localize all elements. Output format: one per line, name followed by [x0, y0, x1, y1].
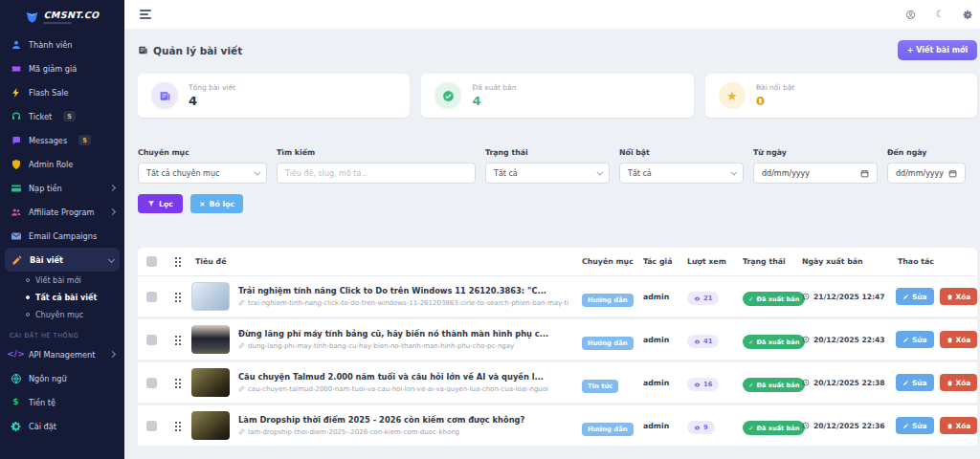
globe-icon [10, 372, 22, 384]
to-date-input[interactable]: dd/mm/yyyy [887, 163, 966, 184]
row-checkbox[interactable] [146, 292, 157, 302]
sidebar-subitem-label: Tất cả bài viết [35, 294, 97, 302]
search-input[interactable] [285, 169, 467, 178]
logo-text: CMSNT.CO [43, 10, 99, 20]
sidebar-item-affiliate[interactable]: Affiliate Program [0, 200, 124, 224]
sidebar-item-admin-role[interactable]: Admin Role [0, 152, 124, 176]
edit-button[interactable]: Sửa [896, 417, 934, 434]
pencil-icon [11, 253, 23, 266]
sidebar-item-tien-te[interactable]: $ Tiền tệ [0, 390, 124, 414]
sidebar-item-ma-giam-gia[interactable]: Mã giảm giá [0, 56, 124, 80]
chevron-down-icon [254, 168, 260, 175]
drag-handle-icon[interactable] [174, 378, 182, 388]
article-thumbnail [191, 282, 230, 311]
edit-button[interactable]: Sửa [896, 331, 934, 348]
author-name: admin [639, 422, 683, 430]
publish-date: 20/12/2025 22:36 [798, 422, 894, 430]
dark-mode-moon-icon[interactable]: ☾ [935, 10, 944, 19]
gear-icon [10, 420, 22, 432]
newspaper-icon [151, 82, 178, 109]
sidebar-item-label: Tiền tệ [29, 398, 56, 407]
sidebar-item-flash-sale[interactable]: Flash Sale [0, 80, 124, 104]
delete-button[interactable]: Xóa [940, 374, 978, 391]
select-all-checkbox[interactable] [146, 256, 157, 267]
headset-icon [10, 110, 22, 122]
sidebar-item-thanh-vien[interactable]: Thành viên [0, 33, 124, 56]
delete-button[interactable]: Xóa [940, 417, 978, 434]
sidebar-item-nap-tien[interactable]: Nạp tiền [0, 176, 124, 200]
link-icon [238, 299, 245, 306]
delete-button[interactable]: Xóa [940, 288, 978, 305]
article-title[interactable]: Trải nghiệm tính năng Click to Do trên W… [238, 286, 568, 295]
edit-icon [902, 337, 909, 343]
eye-icon [694, 425, 701, 431]
clear-filter-button[interactable]: × Bỏ lọc [190, 194, 243, 213]
sidebar-item-bai-viet[interactable]: Bài viết [5, 248, 120, 272]
sidebar-subitem-chuyen-muc[interactable]: Chuyên mục [0, 306, 124, 323]
sidebar-subitem-viet-bai-moi[interactable]: Viết bài mới [0, 272, 124, 289]
sidebar-item-label: Messages [29, 136, 67, 145]
category-badge: Tin tức [582, 380, 618, 393]
category-badge: Hướng dẫn [582, 294, 634, 307]
sidebar: CMSNT.CO Thành viên Mã giảm giá Flash Sa… [0, 0, 124, 459]
edit-button[interactable]: Sửa [896, 374, 934, 391]
sidebar-item-ngon-ngu[interactable]: Ngôn ngữ [0, 366, 124, 390]
calendar-icon [948, 169, 957, 178]
user-account-icon[interactable] [905, 10, 916, 20]
article-title[interactable]: Đừng lãng phí máy tính bảng cũ, hãy biến… [238, 329, 548, 339]
coupon-icon [10, 62, 22, 75]
search-field [277, 163, 476, 184]
sidebar-item-ticket[interactable]: Ticket 5 [0, 104, 124, 128]
from-date-input[interactable]: dd/mm/yyyy [753, 163, 878, 184]
edit-button[interactable]: Sửa [896, 288, 934, 305]
drag-handle-icon[interactable] [174, 292, 182, 302]
stat-card-published: Đã xuất bản 4 [421, 74, 693, 118]
table-row: Trải nghiệm tính năng Click to Do trên W… [138, 276, 977, 319]
row-checkbox[interactable] [146, 378, 157, 388]
chat-icon [10, 134, 22, 146]
delete-button[interactable]: Xóa [940, 331, 978, 348]
shield-icon [10, 158, 22, 170]
from-date-value: dd/mm/yyyy [762, 169, 810, 178]
drag-handle-icon[interactable] [174, 421, 182, 431]
settings-gear-icon[interactable] [963, 10, 973, 20]
article-title[interactable]: Câu chuyện Talmud 2.000 năm tuổi và câu … [238, 372, 548, 382]
eye-icon [694, 382, 701, 388]
publish-date: 20/12/2025 22:38 [798, 379, 894, 387]
trash-icon [947, 294, 953, 300]
apply-filter-button[interactable]: Lọc [138, 194, 183, 213]
bullet-icon [26, 295, 30, 299]
article-thumbnail [191, 411, 230, 440]
code-icon: </> [10, 348, 22, 361]
status-select[interactable]: Tất cả [485, 163, 610, 184]
row-checkbox[interactable] [146, 335, 157, 345]
views-badge: 41 [687, 335, 719, 348]
drag-handle-icon [174, 256, 182, 267]
status-select-value: Tất cả [494, 169, 518, 178]
stat-value: 4 [189, 94, 235, 108]
stat-card-featured: ★ Bài nổi bật 0 [705, 74, 977, 118]
logo[interactable]: CMSNT.CO [0, 5, 124, 33]
bullet-icon [26, 278, 30, 282]
sidebar-item-email-campaigns[interactable]: Email Campaigns [0, 224, 124, 248]
clock-icon [802, 422, 810, 429]
article-title[interactable]: Làm Dropship thời điểm 2025 - 2026 còn k… [238, 415, 524, 425]
article-slug: cau-chuyen-talmud-2000-nam-tuoi-va-cau-h… [238, 385, 548, 393]
chevron-down-icon [108, 256, 115, 263]
row-checkbox[interactable] [146, 421, 157, 431]
trash-icon [947, 380, 953, 386]
articles-table: Tiêu đề Chuyên mục Tác giả Lượt xem Trạn… [138, 248, 977, 448]
hamburger-menu-icon[interactable] [140, 10, 151, 19]
sidebar-item-api-management[interactable]: </> API Management [0, 342, 124, 366]
featured-select[interactable]: Tất cả [619, 163, 744, 184]
sidebar-item-messages[interactable]: Messages 5 [0, 128, 124, 152]
new-post-button[interactable]: + Viết bài mới [898, 40, 978, 60]
ticket-count-badge: 5 [63, 111, 76, 121]
funnel-icon [147, 200, 155, 208]
featured-filter-label: Nổi bật [619, 148, 744, 157]
stat-value: 0 [756, 94, 794, 108]
sidebar-subitem-tat-ca-bai-viet[interactable]: Tất cả bài viết [0, 289, 124, 306]
category-select[interactable]: Tất cả chuyên mục [138, 163, 267, 184]
sidebar-item-cai-dat[interactable]: Cài đặt [0, 414, 124, 438]
drag-handle-icon[interactable] [174, 335, 182, 345]
